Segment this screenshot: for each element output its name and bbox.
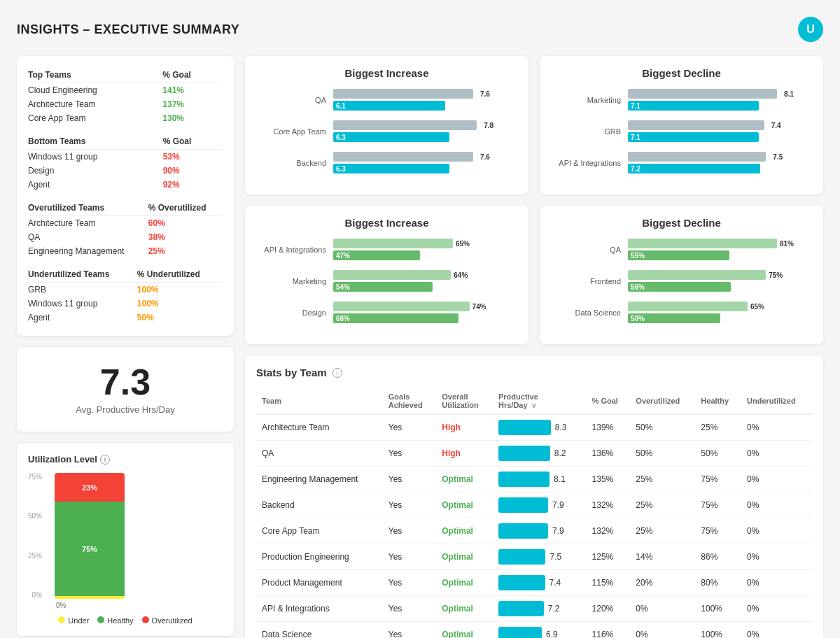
overutil-bar-seg: 23% — [55, 473, 125, 502]
legend-healthy: Healthy — [97, 616, 133, 625]
stats-info-icon[interactable]: i — [332, 368, 342, 378]
col-team: Team — [256, 388, 383, 414]
col-overutil: Overutilized — [630, 388, 695, 414]
util-legend: Under Healthy Overutilized — [28, 616, 223, 625]
bar-row: Frontend 75% 56% — [551, 270, 812, 292]
user-avatar[interactable]: U — [798, 17, 823, 42]
decline-util-title: Biggest Decline — [551, 217, 812, 229]
list-item: GRB100% — [28, 283, 223, 297]
table-row: QA Yes High 8.2 136% 50% 50% 0% — [256, 441, 812, 467]
stats-table-body: Architecture Team Yes High 8.3 139% 50% … — [256, 414, 812, 638]
page: INSIGHTS – EXECUTIVE SUMMARY U Top Teams… — [0, 0, 840, 638]
biggest-increase-goal-card: Biggest Increase QA 7.6 6.1 Core App Tea… — [245, 56, 528, 194]
bottom-teams-table: Bottom Teams % Goal Windows 11 group53%D… — [28, 134, 223, 192]
charts-grid: Biggest Increase QA 7.6 6.1 Core App Tea… — [245, 56, 823, 344]
list-item: Core App Team130% — [28, 111, 223, 125]
util-bar: 23% 75% — [55, 473, 125, 599]
sort-icon[interactable]: ∨ — [531, 402, 536, 409]
increase-util-bars: API & Integrations 65% 47% Marketing — [256, 239, 517, 323]
list-item: Design90% — [28, 164, 223, 178]
col-goal-pct: % Goal — [587, 388, 631, 414]
list-item: Cloud Engineering141% — [28, 83, 223, 98]
stats-table-card: Stats by Team i Team GoalsAchieved Overa… — [245, 355, 823, 638]
increase-util-title: Biggest Increase — [256, 217, 517, 229]
underutil-col-name: Underutilized Teams — [28, 267, 137, 283]
bar-row: Marketing 8.1 7.1 — [551, 89, 812, 111]
bottom-teams-col-name: Bottom Teams — [28, 134, 163, 150]
bar-row: QA 81% 55% — [551, 239, 812, 260]
legend-under: Under — [58, 616, 89, 625]
legend-overutil: Overutilized — [142, 616, 192, 625]
top-teams-col-pct: % Goal — [162, 67, 223, 83]
stats-title: Stats by Team — [256, 367, 327, 378]
y-axis: 75% 50% 25% 0% — [28, 473, 46, 599]
avg-label: Avg. Productive Hrs/Day — [28, 404, 223, 415]
decline-util-bars: QA 81% 55% Frontend 75% — [551, 239, 812, 323]
list-item: QA38% — [28, 230, 223, 244]
table-row: Architecture Team Yes High 8.3 139% 50% … — [256, 414, 812, 441]
table-row: Engineering Management Yes Optimal 8.1 1… — [256, 467, 812, 492]
increase-goal-title: Biggest Increase — [256, 67, 517, 79]
bar-row: GRB 7.4 7.1 — [551, 120, 812, 142]
underutil-col-pct: % Underutilized — [137, 267, 223, 283]
table-row: Core App Team Yes Optimal 7.9 132% 25% 7… — [256, 518, 812, 544]
decline-goal-bars: Marketing 8.1 7.1 GRB 7.4 — [551, 89, 812, 173]
table-row: Backend Yes Optimal 7.9 132% 25% 75% 0% — [256, 492, 812, 518]
stats-table: Team GoalsAchieved OverallUtilization Pr… — [256, 388, 812, 638]
list-item: Windows 11 group53% — [28, 150, 223, 164]
right-column: Biggest Increase QA 7.6 6.1 Core App Tea… — [245, 56, 823, 638]
util-info-icon[interactable]: i — [100, 455, 110, 465]
biggest-decline-goal-card: Biggest Decline Marketing 8.1 7.1 GRB — [540, 56, 823, 194]
healthy-bar-seg: 75% — [55, 502, 125, 596]
table-row: Data Science Yes Optimal 6.9 116% 0% 100… — [256, 622, 812, 639]
table-row: Product Management Yes Optimal 7.4 115% … — [256, 570, 812, 596]
underutil-teams-table: Underutilized Teams % Underutilized GRB1… — [28, 267, 223, 325]
table-row: Production Engineering Yes Optimal 7.5 1… — [256, 544, 812, 570]
col-healthy: Healthy — [695, 388, 741, 414]
stats-table-header-row: Team GoalsAchieved OverallUtilization Pr… — [256, 388, 812, 414]
util-title: Utilization Level i — [28, 454, 223, 465]
stats-header: Stats by Team i — [256, 367, 812, 378]
increase-goal-bars: QA 7.6 6.1 Core App Team 7.8 — [256, 89, 517, 173]
bar-row: API & Integrations 7.5 7.2 — [551, 152, 812, 173]
bar-row: Data Science 65% 50% — [551, 302, 812, 323]
overutil-col-pct: % Overutilized — [148, 200, 223, 216]
bar-row: API & Integrations 65% 47% — [256, 239, 517, 260]
main-grid: Top Teams % Goal Cloud Engineering141%Ar… — [17, 56, 823, 638]
list-item: Architecture Team137% — [28, 97, 223, 111]
top-teams-col-name: Top Teams — [28, 67, 162, 83]
bar-row: Marketing 64% 54% — [256, 270, 517, 292]
left-column: Top Teams % Goal Cloud Engineering141%Ar… — [17, 56, 234, 638]
bar-row: Core App Team 7.8 6.3 — [256, 120, 517, 142]
col-prod: ProductiveHrs/Day ∨ — [493, 388, 587, 414]
biggest-decline-util-card: Biggest Decline QA 81% 55% Frontend — [540, 206, 823, 344]
avg-productive-card: 7.3 Avg. Productive Hrs/Day — [17, 347, 234, 432]
col-goals: GoalsAchieved — [383, 388, 436, 414]
under-label-bottom: 0% — [28, 602, 223, 609]
teams-card: Top Teams % Goal Cloud Engineering141%Ar… — [17, 56, 234, 336]
under-bar-seg — [55, 596, 125, 599]
bottom-teams-col-pct: % Goal — [163, 134, 223, 150]
list-item: Engineering Management25% — [28, 244, 223, 258]
utilization-card: Utilization Level i 75% 50% 25% 0% 23% 7… — [17, 443, 234, 636]
page-title: INSIGHTS – EXECUTIVE SUMMARY — [17, 22, 239, 37]
list-item: Agent92% — [28, 178, 223, 192]
list-item: Agent50% — [28, 311, 223, 325]
bar-row: QA 7.6 6.1 — [256, 89, 517, 111]
col-util: OverallUtilization — [436, 388, 493, 414]
top-teams-table: Top Teams % Goal Cloud Engineering141%Ar… — [28, 67, 223, 125]
decline-goal-title: Biggest Decline — [551, 67, 812, 79]
list-item: Windows 11 group100% — [28, 297, 223, 311]
page-header: INSIGHTS – EXECUTIVE SUMMARY U — [17, 17, 823, 42]
overutil-teams-table: Overutilized Teams % Overutilized Archit… — [28, 200, 223, 258]
col-underutil: Underutilized — [741, 388, 812, 414]
list-item: Architecture Team60% — [28, 216, 223, 231]
stacked-bar: 23% 75% — [55, 473, 125, 599]
overutil-col-name: Overutilized Teams — [28, 200, 148, 216]
biggest-increase-util-card: Biggest Increase API & Integrations 65% … — [245, 206, 528, 344]
avg-value: 7.3 — [28, 364, 223, 400]
bar-row: Design 74% 68% — [256, 302, 517, 323]
table-row: API & Integrations Yes Optimal 7.2 120% … — [256, 596, 812, 622]
bar-row: Backend 7.6 6.3 — [256, 152, 517, 173]
